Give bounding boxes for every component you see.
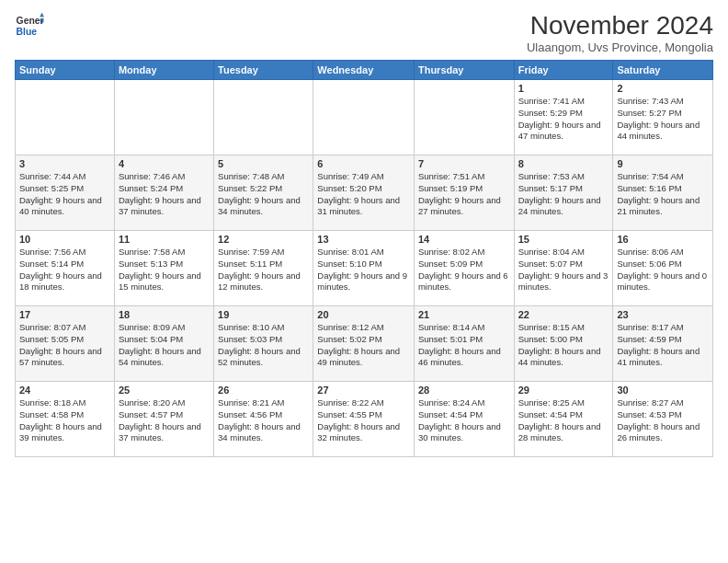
table-row: 4Sunrise: 7:46 AM Sunset: 5:24 PM Daylig… [114, 155, 213, 231]
table-row [313, 80, 415, 155]
title-area: November 2024 Ulaangom, Uvs Province, Mo… [527, 11, 713, 54]
header-wednesday: Wednesday [313, 61, 415, 80]
day-info: Sunrise: 7:46 AM Sunset: 5:24 PM Dayligh… [119, 171, 210, 218]
day-number: 18 [119, 309, 210, 320]
table-row: 18Sunrise: 8:09 AM Sunset: 5:04 PM Dayli… [114, 306, 213, 382]
day-info: Sunrise: 8:14 AM Sunset: 5:01 PM Dayligh… [418, 322, 510, 369]
header: General Blue November 2024 Ulaangom, Uvs… [15, 11, 713, 54]
table-row: 25Sunrise: 8:20 AM Sunset: 4:57 PM Dayli… [114, 382, 213, 457]
calendar-week-row: 1Sunrise: 7:41 AM Sunset: 5:29 PM Daylig… [16, 80, 713, 155]
page: General Blue November 2024 Ulaangom, Uvs… [0, 0, 728, 563]
day-number: 28 [418, 385, 510, 396]
table-row: 22Sunrise: 8:15 AM Sunset: 5:00 PM Dayli… [514, 306, 613, 382]
table-row: 21Sunrise: 8:14 AM Sunset: 5:01 PM Dayli… [414, 306, 514, 382]
day-info: Sunrise: 8:02 AM Sunset: 5:09 PM Dayligh… [418, 247, 510, 293]
day-number: 6 [317, 158, 410, 169]
day-number: 30 [617, 385, 709, 396]
header-thursday: Thursday [414, 61, 514, 80]
day-number: 2 [617, 83, 709, 94]
header-sunday: Sunday [16, 61, 115, 80]
day-number: 3 [19, 158, 110, 169]
table-row: 14Sunrise: 8:02 AM Sunset: 5:09 PM Dayli… [414, 231, 514, 306]
day-number: 1 [518, 83, 609, 94]
day-number: 26 [218, 385, 309, 396]
day-info: Sunrise: 7:49 AM Sunset: 5:20 PM Dayligh… [317, 171, 410, 218]
day-info: Sunrise: 8:01 AM Sunset: 5:10 PM Dayligh… [317, 247, 410, 293]
calendar-week-row: 24Sunrise: 8:18 AM Sunset: 4:58 PM Dayli… [16, 382, 713, 457]
table-row: 17Sunrise: 8:07 AM Sunset: 5:05 PM Dayli… [16, 306, 115, 382]
day-info: Sunrise: 8:04 AM Sunset: 5:07 PM Dayligh… [518, 247, 609, 293]
day-info: Sunrise: 7:56 AM Sunset: 5:14 PM Dayligh… [19, 247, 110, 293]
table-row: 26Sunrise: 8:21 AM Sunset: 4:56 PM Dayli… [214, 382, 313, 457]
svg-text:Blue: Blue [17, 27, 38, 37]
header-tuesday: Tuesday [214, 61, 313, 80]
day-info: Sunrise: 7:59 AM Sunset: 5:11 PM Dayligh… [218, 247, 309, 293]
day-info: Sunrise: 8:24 AM Sunset: 4:54 PM Dayligh… [418, 397, 510, 444]
day-info: Sunrise: 7:48 AM Sunset: 5:22 PM Dayligh… [218, 171, 309, 218]
table-row: 29Sunrise: 8:25 AM Sunset: 4:54 PM Dayli… [514, 382, 613, 457]
table-row: 8Sunrise: 7:53 AM Sunset: 5:17 PM Daylig… [514, 155, 613, 231]
location: Ulaangom, Uvs Province, Mongolia [527, 40, 713, 54]
header-monday: Monday [114, 61, 213, 80]
table-row: 27Sunrise: 8:22 AM Sunset: 4:55 PM Dayli… [313, 382, 415, 457]
day-info: Sunrise: 8:10 AM Sunset: 5:03 PM Dayligh… [218, 322, 309, 369]
calendar-header-row: Sunday Monday Tuesday Wednesday Thursday… [16, 61, 713, 80]
day-number: 13 [317, 234, 410, 245]
table-row: 16Sunrise: 8:06 AM Sunset: 5:06 PM Dayli… [613, 231, 713, 306]
day-number: 4 [119, 158, 210, 169]
day-info: Sunrise: 7:51 AM Sunset: 5:19 PM Dayligh… [418, 171, 510, 218]
table-row [414, 80, 514, 155]
table-row: 10Sunrise: 7:56 AM Sunset: 5:14 PM Dayli… [16, 231, 115, 306]
month-title: November 2024 [527, 11, 713, 40]
day-number: 9 [617, 158, 709, 169]
day-info: Sunrise: 8:06 AM Sunset: 5:06 PM Dayligh… [617, 247, 709, 293]
day-number: 25 [119, 385, 210, 396]
table-row: 23Sunrise: 8:17 AM Sunset: 4:59 PM Dayli… [613, 306, 713, 382]
day-number: 16 [617, 234, 709, 245]
day-number: 20 [317, 309, 410, 320]
day-info: Sunrise: 7:43 AM Sunset: 5:27 PM Dayligh… [617, 96, 709, 143]
day-info: Sunrise: 8:12 AM Sunset: 5:02 PM Dayligh… [317, 322, 410, 369]
day-number: 21 [418, 309, 510, 320]
day-number: 15 [518, 234, 609, 245]
table-row: 19Sunrise: 8:10 AM Sunset: 5:03 PM Dayli… [214, 306, 313, 382]
day-number: 19 [218, 309, 309, 320]
table-row: 3Sunrise: 7:44 AM Sunset: 5:25 PM Daylig… [16, 155, 115, 231]
table-row [16, 80, 115, 155]
calendar-week-row: 10Sunrise: 7:56 AM Sunset: 5:14 PM Dayli… [16, 231, 713, 306]
day-info: Sunrise: 8:27 AM Sunset: 4:53 PM Dayligh… [617, 397, 709, 444]
day-info: Sunrise: 8:25 AM Sunset: 4:54 PM Dayligh… [518, 397, 609, 444]
header-saturday: Saturday [613, 61, 713, 80]
table-row: 20Sunrise: 8:12 AM Sunset: 5:02 PM Dayli… [313, 306, 415, 382]
calendar-week-row: 17Sunrise: 8:07 AM Sunset: 5:05 PM Dayli… [16, 306, 713, 382]
table-row [114, 80, 213, 155]
table-row: 5Sunrise: 7:48 AM Sunset: 5:22 PM Daylig… [214, 155, 313, 231]
calendar-week-row: 3Sunrise: 7:44 AM Sunset: 5:25 PM Daylig… [16, 155, 713, 231]
logo-icon: General Blue [15, 11, 44, 40]
day-info: Sunrise: 8:22 AM Sunset: 4:55 PM Dayligh… [317, 397, 410, 444]
day-number: 27 [317, 385, 410, 396]
day-info: Sunrise: 8:21 AM Sunset: 4:56 PM Dayligh… [218, 397, 309, 444]
day-number: 8 [518, 158, 609, 169]
day-info: Sunrise: 7:54 AM Sunset: 5:16 PM Dayligh… [617, 171, 709, 218]
day-info: Sunrise: 8:09 AM Sunset: 5:04 PM Dayligh… [119, 322, 210, 369]
day-number: 7 [418, 158, 510, 169]
table-row: 2Sunrise: 7:43 AM Sunset: 5:27 PM Daylig… [613, 80, 713, 155]
day-info: Sunrise: 8:17 AM Sunset: 4:59 PM Dayligh… [617, 322, 709, 369]
table-row: 12Sunrise: 7:59 AM Sunset: 5:11 PM Dayli… [214, 231, 313, 306]
table-row: 6Sunrise: 7:49 AM Sunset: 5:20 PM Daylig… [313, 155, 415, 231]
day-number: 29 [518, 385, 609, 396]
day-number: 14 [418, 234, 510, 245]
day-info: Sunrise: 8:15 AM Sunset: 5:00 PM Dayligh… [518, 322, 609, 369]
day-info: Sunrise: 7:53 AM Sunset: 5:17 PM Dayligh… [518, 171, 609, 218]
day-info: Sunrise: 7:44 AM Sunset: 5:25 PM Dayligh… [19, 171, 110, 218]
svg-marker-2 [40, 13, 44, 17]
day-number: 11 [119, 234, 210, 245]
table-row: 15Sunrise: 8:04 AM Sunset: 5:07 PM Dayli… [514, 231, 613, 306]
svg-text:General: General [17, 16, 44, 26]
day-number: 17 [19, 309, 110, 320]
table-row: 24Sunrise: 8:18 AM Sunset: 4:58 PM Dayli… [16, 382, 115, 457]
day-number: 10 [19, 234, 110, 245]
table-row [214, 80, 313, 155]
table-row: 7Sunrise: 7:51 AM Sunset: 5:19 PM Daylig… [414, 155, 514, 231]
